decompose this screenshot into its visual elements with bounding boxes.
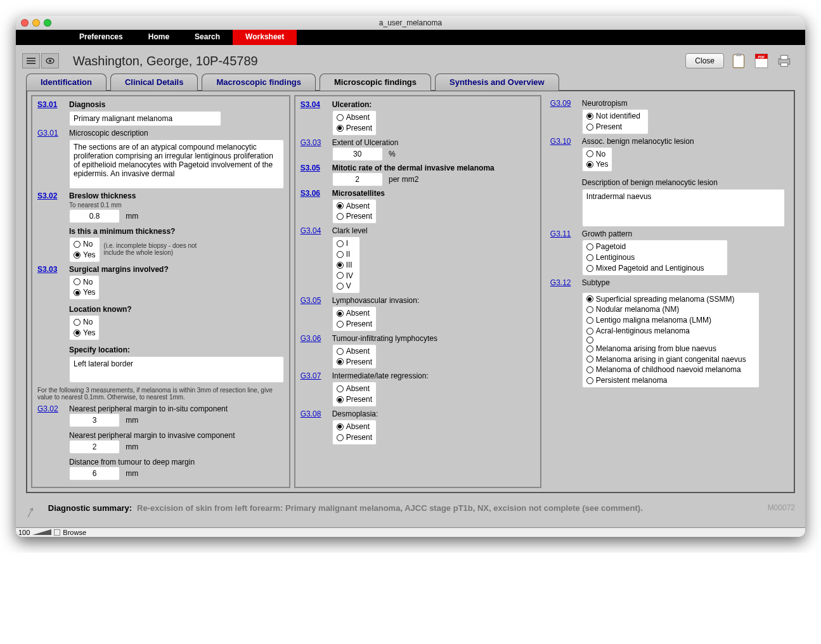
tab-identification[interactable]: Identification (26, 74, 107, 91)
radio-margins[interactable]: No Yes (69, 275, 100, 300)
radio-benign[interactable]: No Yes (582, 147, 612, 172)
radio-clark[interactable]: I II III IV V (332, 236, 360, 293)
label-min-thickness: Is this a minimum thickness? (69, 227, 175, 236)
view-detail-icon[interactable] (41, 53, 59, 68)
label-specify-loc: Specify location: (69, 345, 130, 354)
status-zoom[interactable]: 100 (18, 529, 30, 536)
input-m3[interactable]: 6 (69, 467, 120, 480)
radio-loc-known[interactable]: No Yes (69, 315, 100, 340)
svg-text:PDF: PDF (758, 55, 766, 59)
code-g304[interactable]: G3.04 (301, 226, 332, 235)
svg-rect-5 (733, 55, 744, 68)
hint-breslow: To nearest 0.1 mm (69, 202, 122, 209)
tab-microscopic[interactable]: Microscopic findings (320, 74, 431, 91)
radio-microsat[interactable]: Absent Present (332, 199, 377, 224)
summary-bar: Diagnostic summary: Re-excision of skin … (16, 499, 805, 527)
summary-label: Diagnostic summary: (39, 503, 137, 513)
code-s301[interactable]: S3.01 (37, 100, 69, 109)
code-s304[interactable]: S3.04 (301, 100, 332, 109)
summary-text: Re-excision of skin from left forearm: P… (137, 503, 768, 513)
app-window: a_user_melanoma Preferences Home Search … (16, 16, 805, 537)
header: Washington, George, 10P-45789 Close PDF (16, 45, 805, 73)
summary-icon (26, 503, 39, 521)
label-diagnosis: Diagnosis (69, 100, 105, 109)
code-g312[interactable]: G3.12 (550, 278, 582, 287)
svg-rect-12 (781, 63, 788, 66)
svg-rect-1 (27, 60, 36, 61)
menubar: Preferences Home Search Worksheet (16, 30, 805, 45)
tab-synthesis[interactable]: Synthesis and Overview (435, 74, 559, 91)
menu-worksheet[interactable]: Worksheet (233, 30, 297, 45)
status-mode: Browse (63, 529, 86, 536)
status-bar: 100 Browse (16, 527, 805, 537)
code-s302[interactable]: S3.02 (37, 191, 69, 200)
radio-ulceration[interactable]: Absent Present (332, 110, 377, 136)
layout-icon[interactable] (54, 529, 60, 536)
code-s306[interactable]: S3.06 (301, 189, 332, 198)
input-specify-loc[interactable]: Left lateral border (69, 356, 284, 383)
code-g309[interactable]: G3.09 (550, 99, 582, 108)
label-m2: Nearest peripheral margin to invasive co… (69, 431, 235, 440)
zoom-slider-icon[interactable] (32, 529, 51, 536)
input-m2[interactable]: 2 (69, 440, 120, 454)
code-g311[interactable]: G3.11 (550, 229, 582, 238)
tab-bar: Identification Clinical Details Macrosco… (16, 73, 805, 90)
menu-preferences[interactable]: Preferences (67, 30, 136, 45)
menu-search[interactable]: Search (182, 30, 233, 45)
radio-growth[interactable]: Pagetoid Lentiginous Mixed Pagetoid and … (582, 240, 728, 275)
input-benign-desc[interactable]: Intradermal naevus (582, 189, 785, 227)
svg-point-4 (49, 60, 51, 62)
unit-breslow: mm (126, 212, 138, 221)
label-m1: Nearest peripheral margin to in-situ com… (69, 404, 228, 413)
input-breslow[interactable]: 0.8 (69, 209, 120, 223)
radio-min-thickness[interactable]: No Yes (69, 237, 100, 262)
label-breslow: Breslow thickness (69, 191, 136, 200)
menu-home[interactable]: Home (136, 30, 182, 45)
summary-code: M00072 (768, 503, 795, 512)
titlebar: a_user_melanoma (16, 16, 805, 30)
code-g308[interactable]: G3.08 (301, 409, 332, 418)
radio-regression[interactable]: Absent Present (332, 382, 377, 407)
input-micro-desc[interactable]: The sections are of an atypical compound… (69, 139, 284, 189)
code-g310[interactable]: G3.10 (550, 137, 582, 146)
radio-desmoplasia[interactable]: Absent Present (332, 420, 377, 445)
input-diagnosis[interactable]: Primary malignant melanoma (69, 111, 221, 126)
label-m3: Distance from tumour to deep margin (69, 458, 195, 467)
code-g302[interactable]: G3.02 (37, 404, 69, 413)
note-measurements: For the following 3 measurements, if mel… (37, 387, 284, 401)
code-s303[interactable]: S3.03 (37, 265, 69, 274)
view-list-icon[interactable] (22, 53, 40, 68)
code-g301[interactable]: G3.01 (37, 129, 69, 138)
label-margins: Surgical margins involved? (69, 265, 169, 274)
tab-macroscopic[interactable]: Macroscopic findings (202, 74, 316, 91)
input-ulcer-extent[interactable]: 30 (332, 147, 383, 161)
panel-right: G3.09 Neurotropism Not identified Presen… (545, 95, 790, 488)
code-g306[interactable]: G3.06 (301, 334, 332, 343)
radio-neuro[interactable]: Not identified Present (582, 109, 649, 134)
label-micro-desc: Microscopic description (69, 129, 148, 138)
label-loc-known: Location known? (69, 305, 132, 314)
printer-icon[interactable] (776, 53, 792, 69)
radio-subtype[interactable]: Superficial spreading melanoma (SSMM) No… (582, 292, 760, 388)
workspace: S3.01 Diagnosis Primary malignant melano… (26, 90, 795, 493)
close-button[interactable]: Close (685, 53, 724, 68)
svg-rect-2 (27, 63, 36, 64)
pdf-icon[interactable]: PDF (753, 53, 770, 69)
patient-title: Washington, George, 10P-45789 (67, 54, 685, 68)
hint-min-thickness: (i.e. incomplete biopsy - does not inclu… (104, 242, 205, 256)
code-g303[interactable]: G3.03 (301, 138, 332, 147)
input-m1[interactable]: 3 (69, 413, 120, 427)
tab-clinical-details[interactable]: Clinical Details (110, 74, 198, 91)
code-s305[interactable]: S3.05 (301, 164, 332, 172)
window-title: a_user_melanoma (16, 18, 805, 27)
code-g305[interactable]: G3.05 (301, 296, 332, 305)
radio-til[interactable]: Absent Present (332, 344, 377, 370)
svg-rect-6 (736, 53, 742, 56)
radio-lvi[interactable]: Absent Present (332, 306, 377, 332)
input-mitotic[interactable]: 2 (332, 172, 383, 186)
panel-left: S3.01 Diagnosis Primary malignant melano… (31, 95, 290, 488)
clipboard-icon[interactable] (730, 53, 747, 69)
code-g307[interactable]: G3.07 (301, 371, 332, 380)
panel-middle: S3.04 Ulceration: Absent Present G3.03 E… (294, 95, 541, 488)
svg-rect-11 (781, 55, 788, 60)
